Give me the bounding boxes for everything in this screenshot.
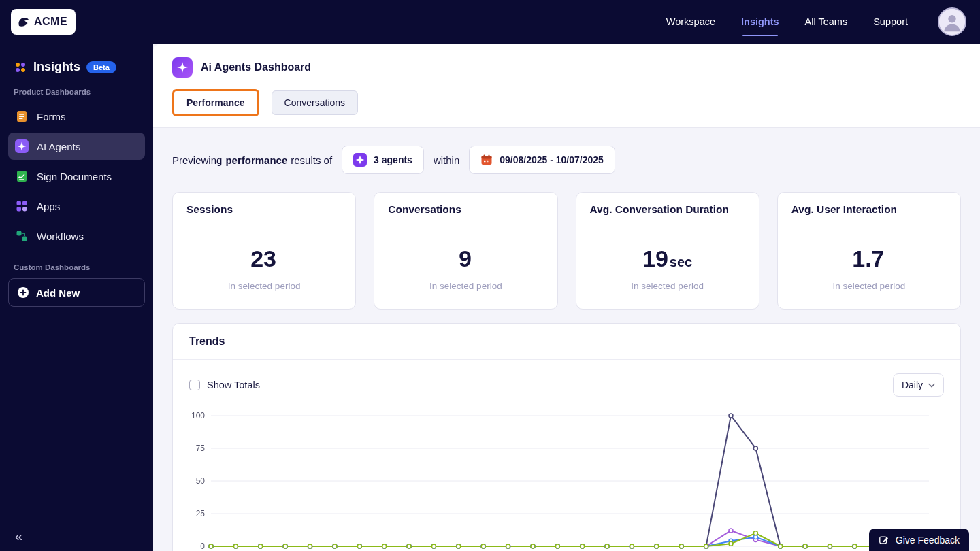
show-totals-checkbox[interactable] xyxy=(189,380,200,390)
add-new-label: Add New xyxy=(36,287,80,299)
show-totals-toggle[interactable]: Show Totals xyxy=(189,380,260,390)
stat-cards: Sessions 23 In selected period Conversat… xyxy=(172,192,961,310)
interval-label: Daily xyxy=(902,380,923,390)
insights-logo-icon xyxy=(14,61,27,74)
sidebar-item-label: AI Agents xyxy=(37,141,80,152)
chevron-down-icon xyxy=(928,383,935,388)
tab-bar: Performance Conversations xyxy=(172,89,961,116)
sidebar-item-label: Sign Documents xyxy=(37,171,112,182)
svg-text:100: 100 xyxy=(191,411,205,420)
trends-chart: 0255075100 xyxy=(185,406,937,551)
sidebar-title: Insights xyxy=(33,60,80,74)
agents-filter-button[interactable]: 3 agents xyxy=(342,146,424,174)
svg-text:75: 75 xyxy=(196,444,206,453)
sidebar-item-label: Forms xyxy=(37,111,66,122)
sidebar: Insights Beta Product Dashboards Forms A… xyxy=(0,44,153,551)
workflows-icon xyxy=(15,229,29,243)
acme-logo-text: ACME xyxy=(34,16,67,28)
stat-caption: In selected period xyxy=(184,281,344,291)
preview-bold: performance xyxy=(225,154,287,166)
feedback-icon xyxy=(879,535,889,546)
beta-badge: Beta xyxy=(86,61,116,73)
svg-text:0: 0 xyxy=(200,541,205,551)
sidebar-item-label: Apps xyxy=(37,201,60,212)
sidebar-item-sign-documents[interactable]: Sign Documents xyxy=(8,163,145,190)
date-range-label: 09/08/2025 - 10/07/2025 xyxy=(500,154,604,165)
agents-sparkle-icon xyxy=(353,153,367,167)
date-range-button[interactable]: 09/08/2025 - 10/07/2025 xyxy=(469,146,615,174)
acme-logo-icon xyxy=(16,15,30,29)
sign-documents-icon xyxy=(15,169,29,183)
stat-value: 1.7 xyxy=(789,246,949,272)
trends-chart-area: 0255075100 xyxy=(173,405,960,551)
apps-icon xyxy=(15,199,29,213)
acme-logo[interactable]: ACME xyxy=(11,9,76,35)
main-content: Ai Agents Dashboard Performance Conversa… xyxy=(153,44,980,551)
ai-agents-icon xyxy=(15,139,29,153)
annotation-highlight: Performance xyxy=(172,89,259,116)
dashboard-header: Ai Agents Dashboard Performance Conversa… xyxy=(153,44,980,128)
nav-insights[interactable]: Insights xyxy=(741,16,779,27)
give-feedback-button[interactable]: Give Feedback xyxy=(869,529,969,551)
trends-title: Trends xyxy=(173,324,960,360)
nav-all-teams[interactable]: All Teams xyxy=(805,16,848,27)
plus-icon xyxy=(17,286,29,299)
svg-text:25: 25 xyxy=(196,509,206,518)
tab-performance[interactable]: Performance xyxy=(174,91,257,114)
add-new-button[interactable]: Add New xyxy=(8,278,145,307)
tab-conversations[interactable]: Conversations xyxy=(272,90,359,115)
section-label-product-dashboards: Product Dashboards xyxy=(8,88,145,96)
stat-caption: In selected period xyxy=(587,281,748,291)
svg-text:50: 50 xyxy=(196,476,206,486)
stat-value: 19sec xyxy=(587,246,748,272)
stat-card-avg-interaction: Avg. User Interaction 1.7 In selected pe… xyxy=(777,192,961,310)
interval-select[interactable]: Daily xyxy=(893,373,944,397)
calendar-icon xyxy=(480,154,493,166)
nav-workspace[interactable]: Workspace xyxy=(666,16,715,27)
show-totals-label: Show Totals xyxy=(207,380,260,390)
trends-card: Trends Show Totals Daily 0255075100 xyxy=(172,323,961,551)
within-label: within xyxy=(434,154,459,166)
stat-caption: In selected period xyxy=(385,281,546,291)
top-nav: Workspace Insights All Teams Support xyxy=(666,7,966,36)
sidebar-item-label: Workflows xyxy=(37,231,84,242)
feedback-label: Give Feedback xyxy=(896,535,960,546)
sidebar-item-forms[interactable]: Forms xyxy=(8,103,145,130)
stat-value: 23 xyxy=(184,246,344,272)
stat-title: Conversations xyxy=(374,193,557,227)
topbar: ACME Workspace Insights All Teams Suppor… xyxy=(0,0,980,44)
sidebar-item-apps[interactable]: Apps xyxy=(8,193,145,220)
nav-support[interactable]: Support xyxy=(873,16,908,27)
stat-title: Sessions xyxy=(173,193,355,227)
stat-caption: In selected period xyxy=(789,281,949,291)
forms-icon xyxy=(15,110,29,123)
agents-filter-label: 3 agents xyxy=(374,154,412,165)
stat-value: 9 xyxy=(385,246,546,272)
preview-text: Previewing performance results of xyxy=(172,154,332,166)
filter-row: Previewing performance results of 3 agen… xyxy=(172,146,961,174)
page-title: Ai Agents Dashboard xyxy=(201,61,311,73)
sidebar-item-workflows[interactable]: Workflows xyxy=(8,222,145,250)
preview-suffix: results of xyxy=(291,154,332,166)
stat-title: Avg. User Interaction xyxy=(778,193,960,227)
avatar[interactable] xyxy=(938,7,966,36)
stat-title: Avg. Conversation Duration xyxy=(576,193,759,227)
stat-card-sessions: Sessions 23 In selected period xyxy=(172,192,356,310)
section-label-custom-dashboards: Custom Dashboards xyxy=(8,263,145,271)
stat-card-avg-duration: Avg. Conversation Duration 19sec In sele… xyxy=(576,192,760,310)
stat-card-conversations: Conversations 9 In selected period xyxy=(374,192,557,310)
person-icon xyxy=(939,9,965,35)
sidebar-item-ai-agents[interactable]: AI Agents xyxy=(8,133,145,160)
ai-dashboard-icon xyxy=(172,57,193,78)
trends-controls: Show Totals Daily xyxy=(173,360,960,405)
collapse-sidebar-button[interactable]: « xyxy=(15,529,22,544)
preview-prefix: Previewing xyxy=(172,154,222,166)
dashboard-body: Previewing performance results of 3 agen… xyxy=(153,128,980,551)
sidebar-title-row: Insights Beta xyxy=(8,60,145,74)
